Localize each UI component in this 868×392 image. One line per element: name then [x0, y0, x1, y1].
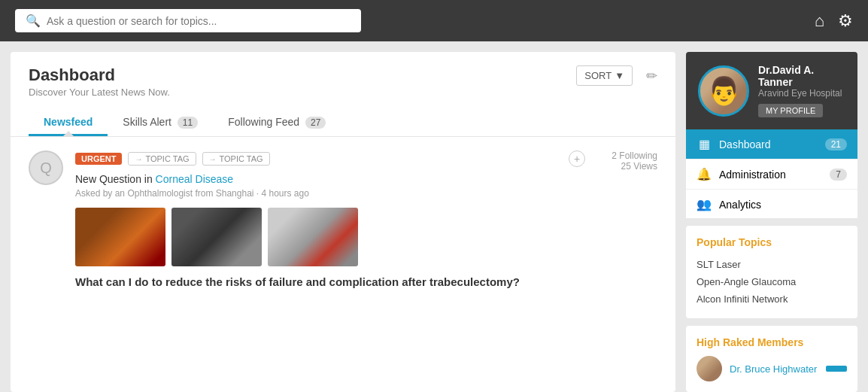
tab-newsfeed[interactable]: Newsfeed — [29, 108, 108, 136]
dashboard-titles: Dashboard Discover Your Latest News Now. — [29, 65, 170, 108]
edit-icon[interactable]: ✏ — [646, 68, 657, 84]
high-ranked-section: High Raked Members Dr. Bruce Highwater — [686, 326, 857, 392]
topic-item[interactable]: SLT Laser — [697, 256, 847, 273]
question-images — [75, 208, 585, 266]
dashboard-icon: ▦ — [697, 137, 712, 151]
avatar: 👨 — [698, 65, 749, 117]
bell-icon: 🔔 — [697, 167, 712, 181]
question-tags: URGENT → TOPIC TAG → TOPIC TAG + — [75, 150, 585, 167]
question-image-2 — [171, 208, 262, 266]
home-icon[interactable]: ⌂ — [815, 11, 824, 31]
header-actions: SORT ▼ ✏ — [576, 65, 657, 86]
topic-item[interactable]: Alcon Infiniti Network — [697, 290, 847, 308]
question-meta: Asked by an Ophthalmologist from Shangha… — [75, 188, 585, 199]
main-layout: Dashboard Discover Your Latest News Now.… — [0, 41, 868, 392]
question-body: URGENT → TOPIC TAG → TOPIC TAG + New Que… — [75, 150, 585, 288]
chevron-down-icon: ▼ — [615, 70, 624, 81]
popular-topics-section: Popular Topics SLT Laser Open-Angle Glau… — [686, 226, 857, 318]
search-icon: 🔍 — [26, 14, 41, 28]
question-stats: 2 Following 25 Views — [597, 150, 657, 288]
sidebar-item-dashboard[interactable]: ▦ Dashboard 21 — [686, 129, 857, 160]
sidebar-nav: ▦ Dashboard 21 🔔 Administration 7 👥 Anal… — [686, 129, 857, 218]
popular-topics-title: Popular Topics — [697, 236, 847, 248]
question-title-link[interactable]: Corneal Disease — [156, 173, 234, 185]
topic-tag-1: → TOPIC TAG — [128, 152, 196, 166]
sidebar-item-label: Analytics — [719, 199, 847, 211]
views-count: 25 Views — [597, 161, 657, 172]
question-image-1 — [75, 208, 165, 266]
member-rank-bar — [826, 366, 847, 372]
sidebar-item-count: 21 — [825, 138, 847, 150]
center-panel: Dashboard Discover Your Latest News Now.… — [11, 52, 675, 392]
add-tag-button[interactable]: + — [569, 150, 585, 167]
profile-card: 👨 Dr.David A. Tanner Aravind Eye Hospita… — [686, 52, 857, 129]
question-image-3 — [268, 208, 358, 266]
member-name[interactable]: Dr. Bruce Highwater — [730, 363, 818, 375]
topic-tag-2: → TOPIC TAG — [202, 152, 270, 166]
topic-item[interactable]: Open-Angle Glaucoma — [697, 273, 847, 290]
dashboard-header: Dashboard Discover Your Latest News Now.… — [11, 52, 675, 137]
sidebar-item-label: Administration — [719, 169, 822, 181]
question-full-title: What can I do to reduce the risks of fai… — [75, 275, 585, 288]
right-sidebar: 👨 Dr.David A. Tanner Aravind Eye Hospita… — [686, 52, 857, 392]
top-nav: 🔍 ⌂ ⚙ — [0, 0, 868, 41]
high-ranked-title: High Raked Members — [697, 336, 847, 348]
member-row: Dr. Bruce Highwater — [697, 356, 847, 381]
feed-content: Q URGENT → TOPIC TAG → TOPIC TAG + — [11, 137, 675, 302]
page-title: Dashboard — [29, 65, 170, 85]
sidebar-item-administration[interactable]: 🔔 Administration 7 — [686, 160, 857, 190]
settings-icon[interactable]: ⚙ — [838, 11, 853, 31]
nav-icons: ⌂ ⚙ — [815, 11, 853, 31]
tab-skills-alert[interactable]: Skills Alert 11 — [108, 108, 213, 136]
sidebar-item-count: 7 — [830, 169, 847, 181]
tabs: Newsfeed Skills Alert 11 Following Feed … — [29, 108, 657, 136]
avatar: Q — [29, 150, 63, 185]
sort-button[interactable]: SORT ▼ — [576, 65, 633, 86]
question-card: Q URGENT → TOPIC TAG → TOPIC TAG + — [29, 150, 657, 288]
tab-following-feed[interactable]: Following Feed 27 — [213, 108, 341, 136]
profile-info: Dr.David A. Tanner Aravind Eye Hospital … — [758, 64, 845, 117]
urgent-tag: URGENT — [75, 153, 122, 165]
profile-name: Dr.David A. Tanner — [758, 64, 845, 88]
sidebar-item-label: Dashboard — [719, 138, 818, 150]
search-bar[interactable]: 🔍 — [15, 9, 361, 32]
profile-hospital: Aravind Eye Hospital — [758, 88, 845, 99]
dashboard-top-row: Dashboard Discover Your Latest News Now.… — [29, 65, 657, 108]
search-input[interactable] — [47, 15, 351, 27]
my-profile-button[interactable]: MY PROFILE — [758, 104, 823, 117]
people-icon: 👥 — [697, 197, 712, 211]
sidebar-item-analytics[interactable]: 👥 Analytics — [686, 190, 857, 218]
page-subtitle: Discover Your Latest News Now. — [29, 87, 170, 98]
member-avatar — [697, 356, 722, 381]
following-count: 2 Following — [597, 150, 657, 161]
question-title: New Question in Corneal Disease — [75, 173, 585, 185]
